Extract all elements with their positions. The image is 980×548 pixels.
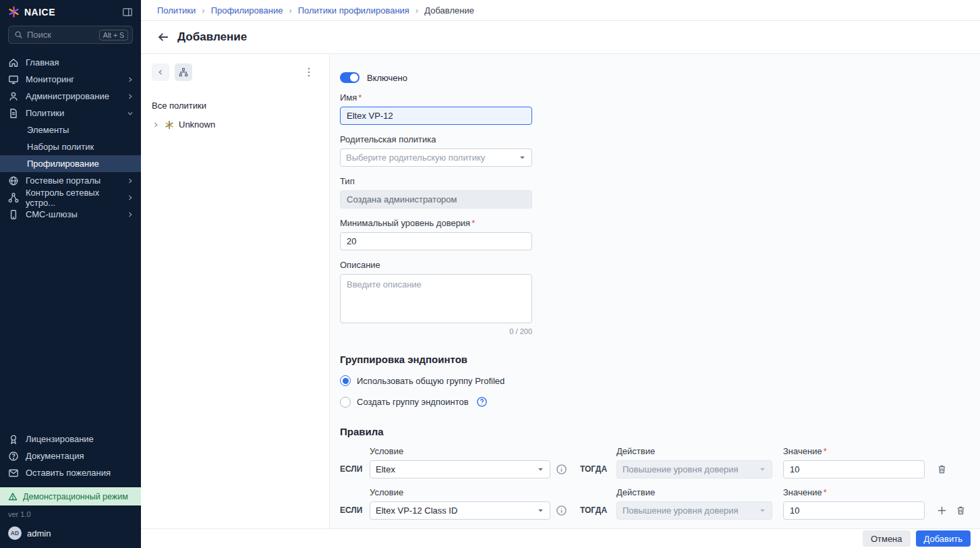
docs-icon [8,451,19,462]
enabled-label: Включено [367,73,407,83]
dropdown-arrow-icon [537,507,544,514]
dropdown-arrow-icon [759,466,766,473]
parent-policy-field: Родительская политика Выберите родительс… [340,134,532,167]
sidebar-item-policy-sets[interactable]: Наборы политик [0,138,141,155]
info-icon[interactable] [556,505,567,516]
radio-label: Создать группу эндпоинтов [357,397,469,407]
trust-level-input[interactable] [340,232,532,250]
then-label: ТОГДА [580,505,604,515]
tree-heading: Все политики [152,101,318,111]
condition-column: Условие Eltex VP-12 Class ID [370,487,567,520]
radio-label: Использовать общую группу Profiled [357,376,505,386]
chevron-right-icon [126,194,134,202]
sidebar-item-label: Политики [26,108,64,118]
required-mark: * [471,218,475,228]
sidebar-item-label: Документация [26,451,84,461]
search-icon [14,30,23,39]
user-name: admin [27,528,51,539]
sidebar-item-home[interactable]: Главная [0,54,141,71]
sidebar-item-administration[interactable]: Администрирование [0,88,141,105]
sidebar-item-label: Профилирование [27,159,99,169]
dropdown-arrow-icon [519,154,526,161]
radio-unselected-icon[interactable] [340,397,351,408]
sidebar-item-profiling[interactable]: Профилирование [0,155,141,172]
sidebar-item-guest-portals[interactable]: Гостевые порталы [0,172,141,189]
value-input-2[interactable] [783,501,925,520]
admin-icon [8,91,19,102]
sidebar-item-documentation[interactable]: Документация [0,447,141,464]
demo-mode-badge: Демонстрационный режим [0,487,141,505]
collapse-tree-button[interactable] [152,63,169,81]
parent-policy-label: Родительская политика [340,134,436,144]
radio-use-profiled-group[interactable]: Использовать общую группу Profiled [340,375,969,386]
trust-level-field: Минимальный уровень доверия* [340,218,532,250]
required-mark: * [824,446,827,456]
condition-select-2[interactable]: Eltex VP-12 Class ID [370,501,550,520]
value-header: Значение [783,487,822,497]
action-header: Действие [616,487,772,497]
version-label: ver 1.0 [0,505,141,521]
sidebar-item-label: Лицензирование [26,434,94,444]
breadcrumb-profiling-policies[interactable]: Политики профилирования [283,5,409,16]
sidebar-item-label: Мониторинг [26,74,74,84]
warning-icon [8,492,18,501]
sidebar-item-feedback[interactable]: Оставить пожелания [0,464,141,481]
parent-policy-select[interactable]: Выберите родительскую политику [340,148,532,167]
then-label: ТОГДА [580,464,604,474]
sidebar-item-label: Гостевые порталы [26,175,100,186]
portals-icon [8,175,19,186]
action-column: Действие Повышение уровня доверия [616,487,772,520]
add-rule-icon[interactable] [937,505,947,516]
condition-select-1[interactable]: Eltex [370,460,550,478]
sidebar-item-label: СМС-шлюзы [26,209,78,219]
condition-value: Eltex [376,464,537,474]
info-icon[interactable] [556,464,567,475]
page-title: Добавление [177,30,247,44]
delete-rule-icon[interactable] [956,505,966,516]
user-menu[interactable]: AD admin [0,521,141,548]
submit-button[interactable]: Добавить [916,530,971,547]
sidebar-item-network-control[interactable]: Контроль сетевых устро... [0,189,141,206]
dropdown-arrow-icon [759,507,766,514]
sidebar-item-elements[interactable]: Элементы [0,121,141,138]
sidebar-item-monitoring[interactable]: Мониторинг [0,71,141,88]
name-input[interactable] [340,107,532,125]
sidebar-item-label: Главная [26,57,59,67]
cancel-button[interactable]: Отмена [863,530,911,547]
tree-node-unknown[interactable]: Unknown [152,119,318,130]
search-input[interactable]: Поиск Alt + S [8,26,133,44]
value-column: Значение* [783,446,925,478]
radio-create-endpoint-group[interactable]: Создать группу эндпоинтов [340,396,969,408]
condition-header: Условие [370,446,567,456]
radio-selected-icon[interactable] [340,375,351,386]
tree-view-button[interactable] [175,63,192,81]
sidebar-item-label: Оставить пожелания [26,468,111,478]
sidebar-item-policies[interactable]: Политики [0,105,141,121]
more-options-icon[interactable]: ⋮ [299,65,318,79]
trust-level-label: Минимальный уровень доверия [340,218,470,228]
help-icon[interactable] [476,396,488,408]
naice-logo-icon [8,6,20,18]
feedback-icon [8,468,19,478]
chevron-right-icon [126,76,134,84]
sidebar-item-sms-gateways[interactable]: СМС-шлюзы [0,206,141,223]
enabled-toggle[interactable] [340,72,359,83]
page-header: Добавление [141,21,980,54]
sidebar-collapse-icon[interactable] [122,7,133,18]
sidebar-bottom: Лицензирование Документация Оставить пож… [0,431,141,548]
description-textarea[interactable] [340,274,532,323]
license-icon [8,434,19,445]
delete-rule-icon[interactable] [937,464,947,474]
back-button[interactable] [157,31,169,43]
network-icon [8,192,19,203]
value-header: Значение [783,446,822,456]
chevron-right-icon[interactable] [152,121,160,129]
sidebar-item-licensing[interactable]: Лицензирование [0,431,141,447]
rules-heading: Правила [340,426,969,437]
breadcrumb-policies[interactable]: Политики [157,5,196,16]
value-input-1[interactable] [783,460,925,478]
char-counter: 0 / 200 [340,327,532,335]
home-icon [8,57,19,68]
breadcrumb-profiling[interactable]: Профилирование [196,5,283,16]
breadcrumb-current: Добавление [409,5,474,16]
